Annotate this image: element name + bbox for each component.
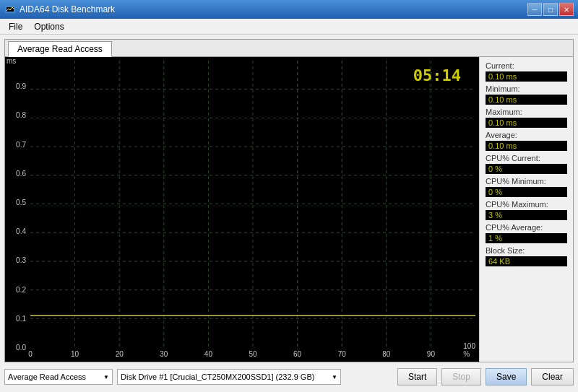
y-label-06: 0.6 xyxy=(16,169,26,177)
start-button[interactable]: Start xyxy=(397,368,437,386)
tab-average-read-access[interactable]: Average Read Access xyxy=(8,41,112,57)
disk-dropdown-arrow: ▼ xyxy=(332,374,337,380)
maximum-value: 0.10 ms xyxy=(486,118,567,128)
y-label-01: 0.1 xyxy=(16,314,26,322)
y-axis: 0.9 0.8 0.7 0.6 0.5 0.4 0.3 0.2 0.1 0.0 xyxy=(5,57,29,347)
current-label: Current: xyxy=(486,61,567,70)
graph-container: ms 0.9 0.8 0.7 0.6 0.5 0.4 0.3 0.2 0.1 0… xyxy=(5,57,573,362)
benchmark-dropdown[interactable]: Average Read Access ▼ xyxy=(4,369,113,385)
tab-header: Average Read Access xyxy=(5,40,573,57)
window-title: AIDA64 Disk Benchmark xyxy=(20,4,115,14)
app-icon xyxy=(4,4,16,15)
x-label-40: 40 xyxy=(204,350,212,358)
y-label-08: 0.8 xyxy=(16,111,26,119)
stop-button[interactable]: Stop xyxy=(441,368,481,386)
tab-panel: Average Read Access ms 0.9 0.8 0.7 0.6 0… xyxy=(4,39,574,362)
title-bar: AIDA64 Disk Benchmark ─ □ ✕ xyxy=(0,0,578,19)
menu-bar: File Options xyxy=(0,19,578,35)
y-label-04: 0.4 xyxy=(16,227,26,235)
x-label-100: 100 % xyxy=(463,342,475,358)
block-size-value: 64 KB xyxy=(486,256,567,266)
cpu-average-value: 1 % xyxy=(486,233,567,243)
menu-options[interactable]: Options xyxy=(28,20,69,33)
save-button[interactable]: Save xyxy=(486,368,527,386)
y-label-09: 0.9 xyxy=(16,82,26,90)
average-value: 0.10 ms xyxy=(486,141,567,151)
x-label-50: 50 xyxy=(249,350,256,358)
x-label-70: 70 xyxy=(338,350,346,358)
x-label-60: 60 xyxy=(293,350,301,358)
close-button[interactable]: ✕ xyxy=(559,3,574,16)
title-bar-left: AIDA64 Disk Benchmark xyxy=(4,4,115,15)
disk-dropdown[interactable]: Disk Drive #1 [Crucial_CT250MX200SSD1] (… xyxy=(117,369,341,385)
cpu-minimum-value: 0 % xyxy=(486,187,567,197)
y-label-02: 0.2 xyxy=(16,285,26,293)
cpu-current-value: 0 % xyxy=(486,164,567,174)
stats-panel: Current: 0.10 ms Minimum: 0.10 ms Maximu… xyxy=(479,57,573,362)
x-axis: 0 10 20 30 40 50 60 70 80 90 100 % xyxy=(30,347,475,360)
maximum-label: Maximum: xyxy=(486,108,567,116)
block-size-label: Block Size: xyxy=(486,246,567,255)
bottom-bar: Average Read Access ▼ Disk Drive #1 [Cru… xyxy=(4,366,574,388)
minimum-label: Minimum: xyxy=(486,84,567,93)
y-label-03: 0.3 xyxy=(16,256,26,264)
cpu-current-label: CPU% Current: xyxy=(486,154,567,162)
clear-button[interactable]: Clear xyxy=(531,368,574,386)
disk-dropdown-value: Disk Drive #1 [Crucial_CT250MX200SSD1] (… xyxy=(121,373,314,381)
benchmark-dropdown-value: Average Read Access xyxy=(8,373,86,381)
minimize-button[interactable]: ─ xyxy=(527,3,542,16)
cpu-maximum-label: CPU% Maximum: xyxy=(486,200,567,209)
x-label-20: 20 xyxy=(116,350,124,358)
menu-file[interactable]: File xyxy=(3,20,28,33)
current-value: 0.10 ms xyxy=(486,71,567,82)
window-controls: ─ □ ✕ xyxy=(527,3,574,16)
cpu-average-label: CPU% Average: xyxy=(486,223,567,232)
x-label-10: 10 xyxy=(71,350,79,358)
graph-area: ms 0.9 0.8 0.7 0.6 0.5 0.4 0.3 0.2 0.1 0… xyxy=(5,57,479,362)
y-label-00: 0.0 xyxy=(16,344,26,352)
benchmark-dropdown-arrow: ▼ xyxy=(103,374,109,380)
x-label-30: 30 xyxy=(160,350,168,358)
main-content: Average Read Access ms 0.9 0.8 0.7 0.6 0… xyxy=(0,35,578,392)
graph-svg xyxy=(30,61,475,347)
average-label: Average: xyxy=(486,131,567,139)
cpu-maximum-value: 3 % xyxy=(486,210,567,220)
x-label-0: 0 xyxy=(28,350,33,358)
y-label-05: 0.5 xyxy=(16,199,26,206)
cpu-minimum-label: CPU% Minimum: xyxy=(486,177,567,186)
maximize-button[interactable]: □ xyxy=(543,3,558,16)
timer-display: 05:14 xyxy=(413,66,461,84)
minimum-value: 0.10 ms xyxy=(486,95,567,105)
y-label-07: 0.7 xyxy=(16,140,26,148)
graph-inner: 05:14 0 10 20 30 40 50 60 70 80 90 xyxy=(30,61,475,347)
x-label-90: 90 xyxy=(427,350,435,358)
x-label-80: 80 xyxy=(382,350,390,358)
